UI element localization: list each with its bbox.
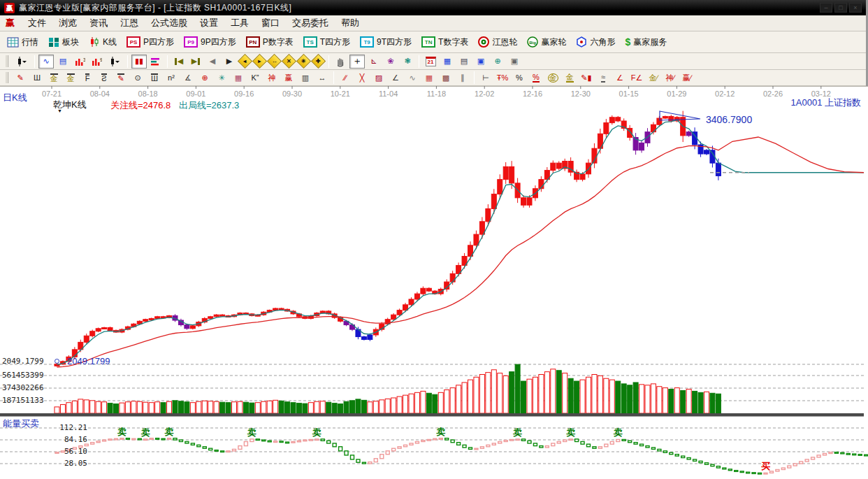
pen-comb-tool-button[interactable]: ✎ xyxy=(113,71,129,85)
menu-item-6[interactable]: 工具 xyxy=(224,15,255,31)
chan-tool-button[interactable]: ∿ xyxy=(38,55,54,69)
next-bar-button-button[interactable]: ▶ xyxy=(222,55,237,69)
menu-item-1[interactable]: 浏览 xyxy=(52,15,83,31)
p-square-button[interactable]: PSP四方形 xyxy=(122,34,178,50)
ying-angle-tool-button[interactable]: 赢∕ xyxy=(679,71,695,85)
pen-candle-tool-button[interactable]: ✎▮ xyxy=(579,71,594,85)
save-button[interactable]: ▣ xyxy=(473,55,489,69)
ruler123-tool-button[interactable]: ▥ xyxy=(298,71,313,85)
close-button[interactable]: × xyxy=(849,3,862,13)
menu-item-3[interactable]: 江恩 xyxy=(114,15,145,31)
first-bar-button-button[interactable]: ◀ xyxy=(171,55,187,69)
hexagon-button[interactable]: 六角形 xyxy=(572,34,619,50)
gold-angle-tool-button[interactable]: 金∕ xyxy=(646,71,661,85)
mini-chart-3-button[interactable]: 3 xyxy=(72,55,87,69)
svg-text:Big: Big xyxy=(530,41,537,45)
menu-item-8[interactable]: 交易委托 xyxy=(286,15,335,31)
hand-tool-button[interactable] xyxy=(333,55,348,69)
f-angle-tool-button[interactable]: F∠ xyxy=(629,71,644,85)
s-percent-tool-button[interactable]: % xyxy=(528,71,544,85)
minimize-button[interactable]: – xyxy=(820,3,832,13)
web-grid-tool-button[interactable]: ▦ xyxy=(231,71,246,85)
menu-item-9[interactable]: 帮助 xyxy=(335,15,366,31)
pen-tool-button[interactable]: ✎ xyxy=(13,71,28,85)
k-quote-tool-button[interactable]: K” xyxy=(247,71,263,85)
menu-item-2[interactable]: 资讯 xyxy=(83,15,114,31)
grid-comb-tool-button[interactable]: Ш xyxy=(29,71,45,85)
gold-circle-tool-button[interactable]: 金 xyxy=(545,71,560,85)
comb-plain-tool-button[interactable]: Ш xyxy=(147,71,162,85)
price-axis-tool-button[interactable]: ⊢ xyxy=(478,71,493,85)
prev-bar-button-button[interactable]: ◀ xyxy=(205,55,220,69)
cycle-tool-button[interactable]: ⊙ xyxy=(130,71,145,85)
maximize-button[interactable]: □ xyxy=(834,3,847,13)
grid-red-tool-button[interactable]: ▦ xyxy=(421,71,437,85)
gann-flower-tool-button[interactable]: ❀ xyxy=(383,55,398,69)
mini-chart-9-button[interactable]: 9 xyxy=(89,55,104,69)
gold-line-tool-button[interactable]: 金 xyxy=(562,71,577,85)
period-label[interactable]: 日K线 xyxy=(3,92,27,104)
calculator-button[interactable]: ▦ xyxy=(440,55,455,69)
fan-box-tool-button[interactable]: ▨ xyxy=(371,71,386,85)
t-number-button[interactable]: TNT数字表 xyxy=(417,34,472,50)
network-button[interactable]: ⊕ xyxy=(490,55,505,69)
pattern-tool-button[interactable]: ▮▮ xyxy=(131,55,147,69)
n2-grid-tool-button[interactable]: n² xyxy=(164,71,179,85)
winner-service-button[interactable]: $赢家服务 xyxy=(621,34,671,50)
menu-item-5[interactable]: 设置 xyxy=(194,15,224,31)
winner-wheel-button[interactable]: Big赢家轮 xyxy=(523,34,570,50)
remote-pc-button[interactable]: ▣ xyxy=(507,55,522,69)
t-percent-tool-button[interactable]: Ŧ% xyxy=(495,71,510,85)
percent-tool-button[interactable]: % xyxy=(512,71,527,85)
shen-grid-tool-button[interactable]: 神 xyxy=(264,71,280,85)
ying-grid-tool-button[interactable]: 赢 xyxy=(281,71,296,85)
fan-lines-tool-button[interactable]: ∕∕ xyxy=(338,71,353,85)
chart-canvas[interactable]: 卖卖卖卖卖卖卖卖卖买 xyxy=(0,86,868,479)
x-pattern-tool-button[interactable]: ╳ xyxy=(354,71,370,85)
menu-item-0[interactable]: 文件 xyxy=(22,15,52,31)
pattern-knot-tool-button[interactable]: ❃ xyxy=(400,55,415,69)
calendar-button[interactable]: 21 xyxy=(423,55,438,69)
expand-diamond-button[interactable]: ✕ xyxy=(282,54,296,69)
span-arrows-tool-button[interactable]: ↔ xyxy=(314,71,330,85)
gold-comb-tool-button[interactable]: 金 xyxy=(46,71,62,85)
quotes-button[interactable]: 行情 xyxy=(3,34,43,50)
notes-button[interactable]: ▤ xyxy=(456,55,472,69)
curl-comb-tool-button[interactable]: Ƨ xyxy=(96,71,112,85)
zigzag-tool-button[interactable]: ∿ xyxy=(405,71,420,85)
rise-angle-tool-button[interactable]: ∠ xyxy=(612,71,628,85)
angle-tool-button[interactable]: ⊾ xyxy=(366,55,382,69)
candle-style-button[interactable] xyxy=(106,55,124,69)
gann-wheel-button[interactable]: 江恩轮 xyxy=(474,34,521,50)
angle-rule-tool-button[interactable]: ∡ xyxy=(180,71,196,85)
compress-diamond-button[interactable]: ↔ xyxy=(267,54,282,69)
p-number-button[interactable]: PNP数字表 xyxy=(242,34,298,50)
sectors-button[interactable]: 板块 xyxy=(44,34,83,50)
menu-item-4[interactable]: 公式选股 xyxy=(145,15,194,31)
last-bar-button-button[interactable]: ▶ xyxy=(188,55,203,69)
star-diamond-button[interactable]: ✳ xyxy=(296,54,311,69)
cross-diamond-button[interactable]: ✚ xyxy=(311,54,326,69)
oscillator-axis-label: 112.21 xyxy=(0,423,87,432)
wave-band-tool-button[interactable]: ≈ xyxy=(595,71,611,85)
9p-square-button[interactable]: P99P四方形 xyxy=(180,34,240,50)
gold-comb2-tool-button[interactable]: 金 xyxy=(63,71,78,85)
profile-tool-button[interactable] xyxy=(148,55,164,69)
target-tool-button[interactable]: ⊕ xyxy=(197,71,212,85)
shen-angle-tool-button[interactable]: 神∕ xyxy=(663,71,678,85)
period-selector-button[interactable] xyxy=(13,55,31,69)
9t-square-button[interactable]: T99T四方形 xyxy=(356,34,416,50)
scroll-left-diamond-button[interactable]: ◂ xyxy=(238,54,252,69)
menu-item-7[interactable]: 窗口 xyxy=(255,15,286,31)
formula-doc-button[interactable]: ▤ xyxy=(55,55,71,69)
f-comb-tool-button[interactable]: F xyxy=(80,71,95,85)
scroll-right-diamond-button[interactable]: ▸ xyxy=(252,54,267,69)
star-burst-tool-button[interactable]: ✳ xyxy=(214,71,229,85)
slash-lines-tool-button[interactable]: ∥ xyxy=(455,71,470,85)
save-icon: ▣ xyxy=(477,57,484,66)
crosshair-tool-button[interactable]: ＋ xyxy=(349,55,365,69)
grid-dark-tool-button[interactable]: ▩ xyxy=(438,71,454,85)
kline-button[interactable]: K线 xyxy=(85,34,121,50)
t-square-button[interactable]: TST四方形 xyxy=(299,34,354,50)
speed-line-tool-button[interactable]: ∠ xyxy=(388,71,403,85)
